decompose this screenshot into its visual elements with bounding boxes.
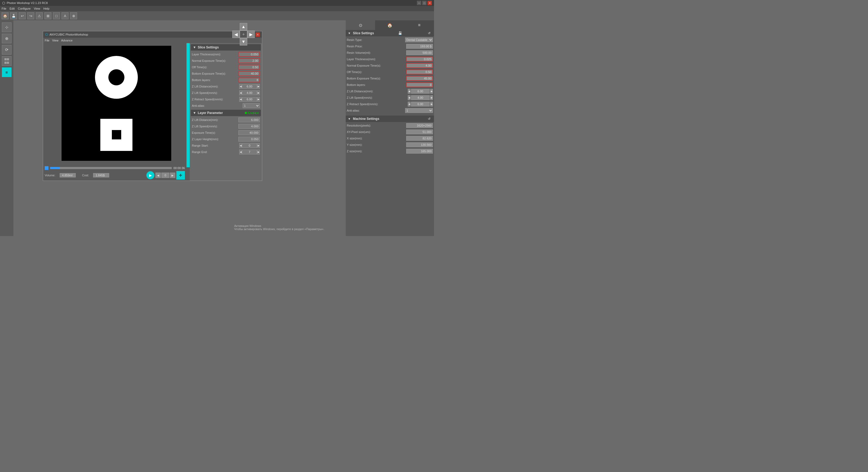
tool-save[interactable]: 💾 xyxy=(10,12,17,19)
menu-edit[interactable]: Edit xyxy=(10,7,15,10)
nav-input[interactable] xyxy=(161,172,169,178)
arrow-up-btn[interactable]: ▲ xyxy=(240,23,247,31)
tool-undo[interactable]: ↩ xyxy=(19,12,26,19)
lp-exposure-time-value[interactable] xyxy=(239,130,260,135)
right-anti-alias-select[interactable]: 1 2 4 8 xyxy=(405,108,433,113)
right-z-retract-value[interactable] xyxy=(411,102,430,106)
sidebar-move-tool[interactable]: ⊹ xyxy=(2,23,11,32)
bottom-layers-input[interactable] xyxy=(239,77,260,83)
arrow-right-btn[interactable]: ▶ xyxy=(247,31,255,38)
right-z-retract-inc[interactable]: ▶ xyxy=(430,102,433,106)
tool-home[interactable]: 🏠 xyxy=(2,12,8,19)
right-resin-volume-input[interactable] xyxy=(406,50,433,55)
right-x-size-input[interactable] xyxy=(406,136,433,141)
right-z-lift-speed-dec[interactable]: ◀ xyxy=(408,95,410,100)
inner-menu-file[interactable]: File xyxy=(45,39,50,42)
right-resin-price-input[interactable] xyxy=(406,44,433,49)
nav-prev-btn[interactable]: ◀ xyxy=(155,172,161,178)
vertical-scrollbar[interactable] xyxy=(186,43,190,167)
sidebar-grid-tool[interactable]: ⊞⊞⊞⊞ xyxy=(2,56,11,66)
lp-z-layer-height-value[interactable] xyxy=(239,137,260,141)
layer-thickness-input[interactable] xyxy=(239,52,260,57)
maximize-button[interactable]: □ xyxy=(422,1,427,5)
range-start-value[interactable] xyxy=(242,143,257,148)
range-start-dec[interactable]: ◀ xyxy=(239,143,242,148)
right-bottom-layers-input[interactable] xyxy=(406,83,433,87)
right-z-lift-speed-value[interactable] xyxy=(411,95,430,100)
sidebar-scale-tool[interactable]: ⟳ xyxy=(2,45,11,55)
right-collapse-icon[interactable]: ▼ xyxy=(348,32,351,35)
right-z-lift-speed-inc[interactable]: ▶ xyxy=(430,95,433,100)
progress-fill xyxy=(50,167,60,169)
right-off-time-label: Off Time(s): xyxy=(347,70,406,73)
right-y-size-input[interactable] xyxy=(406,143,433,147)
right-z-lift-dist-inc[interactable]: ▶ xyxy=(430,89,433,94)
right-xy-pixel-input[interactable] xyxy=(406,129,433,134)
right-slice-save-btn[interactable]: 💾 xyxy=(398,31,403,36)
tool-redo[interactable]: ↪ xyxy=(27,12,34,19)
z-retract-value[interactable] xyxy=(242,97,257,102)
tool-print[interactable]: ⊕ xyxy=(70,12,77,19)
z-retract-inc[interactable]: ▶ xyxy=(257,97,260,102)
tool-select[interactable]: ⊠ xyxy=(44,12,51,19)
right-z-lift-dist-value[interactable] xyxy=(411,89,430,94)
right-tab-slice[interactable]: ⊙ xyxy=(346,20,375,30)
bottom-exposure-label: Bottom Exposure Time(s): xyxy=(192,72,239,75)
right-bottom-exposure-input[interactable] xyxy=(406,76,433,81)
right-z-size-label: Z size(mm): xyxy=(347,150,406,153)
lp-z-lift-speed-value[interactable] xyxy=(239,124,260,129)
off-time-input[interactable] xyxy=(239,65,260,69)
anti-alias-select[interactable]: 1 2 4 8 xyxy=(243,103,260,108)
right-normal-exposure-input[interactable] xyxy=(406,63,433,68)
right-z-lift-dist-dec[interactable]: ◀ xyxy=(408,89,410,94)
z-lift-speed-inc[interactable]: ▶ xyxy=(257,90,260,95)
move-view-btn[interactable]: ✛ xyxy=(176,171,185,180)
layer-collapse-icon[interactable]: ▼ xyxy=(193,111,196,115)
inner-menu-view[interactable]: View xyxy=(52,39,59,42)
right-resolution-input[interactable] xyxy=(406,123,433,128)
tool-warn[interactable]: ⚠ xyxy=(36,12,43,19)
z-lift-dist-inc[interactable]: ▶ xyxy=(257,84,260,89)
right-tab-layers[interactable]: ≡ xyxy=(405,20,434,30)
right-off-time-input[interactable] xyxy=(406,69,433,74)
range-end-dec[interactable]: ◀ xyxy=(239,150,242,154)
right-slice-refresh-btn[interactable]: ↺ xyxy=(427,31,432,36)
arrow-left-btn[interactable]: ◀ xyxy=(232,31,240,38)
tool-shape[interactable]: □ xyxy=(53,12,60,19)
z-lift-speed-value[interactable] xyxy=(242,90,257,95)
lp-z-lift-dist-value[interactable] xyxy=(239,118,260,122)
z-lift-speed-dec[interactable]: ◀ xyxy=(239,90,242,95)
menu-view[interactable]: View xyxy=(34,7,40,10)
right-resin-type-select[interactable]: Dental Castable xyxy=(405,37,433,42)
right-machine-refresh-btn[interactable]: ↺ xyxy=(427,116,432,122)
menu-file[interactable]: File xyxy=(2,7,6,10)
right-resin-volume-label: Resin Volume(ml): xyxy=(347,51,406,54)
tool-text[interactable]: A xyxy=(62,12,68,19)
right-z-size-input[interactable] xyxy=(406,149,433,154)
lp-z-layer-height-label: Z Layer Height(mm): xyxy=(192,137,239,141)
menu-help[interactable]: Help xyxy=(43,7,50,10)
right-tab-home[interactable]: 🏠 xyxy=(375,20,405,30)
right-z-retract-dec[interactable]: ◀ xyxy=(408,102,410,106)
z-lift-dist-value[interactable] xyxy=(242,84,257,89)
collapse-icon[interactable]: ▼ xyxy=(193,45,196,49)
play-button[interactable]: ▶ xyxy=(146,171,154,179)
nav-next-btn[interactable]: ▶ xyxy=(170,172,175,178)
bottom-exposure-input[interactable] xyxy=(239,71,260,76)
close-button[interactable]: ✕ xyxy=(428,1,432,5)
range-end-inc[interactable]: ▶ xyxy=(257,150,260,154)
range-end-value[interactable] xyxy=(242,150,257,154)
right-layer-thickness-input[interactable] xyxy=(406,57,433,62)
normal-exposure-input[interactable] xyxy=(239,58,260,63)
range-start-inc[interactable]: ▶ xyxy=(257,143,260,148)
minimize-button[interactable]: ─ xyxy=(417,1,421,5)
arrow-down-btn[interactable]: ▼ xyxy=(240,38,247,45)
inner-menu-advance[interactable]: Advance xyxy=(61,39,72,42)
sidebar-layers-tool[interactable]: ≡ xyxy=(2,67,11,77)
z-retract-dec[interactable]: ◀ xyxy=(239,97,242,102)
menu-configure[interactable]: Configure xyxy=(18,7,31,10)
inner-close-btn[interactable]: ✕ xyxy=(255,32,260,37)
sidebar-rotate-tool[interactable]: ⊕ xyxy=(2,34,11,43)
right-machine-collapse-icon[interactable]: ▼ xyxy=(348,117,351,120)
z-lift-dist-dec[interactable]: ◀ xyxy=(239,84,242,89)
